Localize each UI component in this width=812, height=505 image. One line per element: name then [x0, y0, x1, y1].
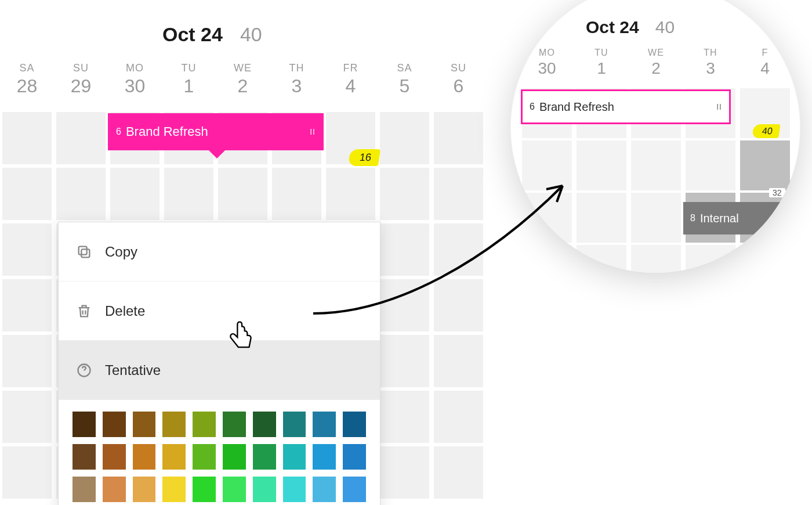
calendar-cell[interactable] [432, 387, 485, 443]
color-swatch[interactable] [103, 477, 126, 502]
color-swatch[interactable] [283, 444, 306, 470]
copy-icon [76, 244, 92, 260]
color-swatch[interactable] [193, 444, 216, 470]
color-swatch[interactable] [343, 412, 366, 437]
color-swatch[interactable] [162, 477, 186, 502]
calendar-cell[interactable] [0, 443, 54, 499]
calendar-cell[interactable] [0, 164, 54, 220]
calendar-cell[interactable] [378, 220, 432, 276]
svg-rect-1 [79, 246, 87, 254]
dow-label: TH [270, 62, 324, 74]
calendar-cell[interactable] [432, 331, 485, 387]
day-header[interactable]: SA5 [378, 62, 432, 97]
calendar-cell[interactable] [432, 276, 485, 331]
color-swatch[interactable] [223, 477, 246, 502]
color-swatch[interactable] [223, 444, 246, 470]
color-swatch[interactable] [343, 477, 366, 502]
color-swatch[interactable] [193, 477, 216, 502]
calendar-cell[interactable] [0, 276, 54, 331]
menu-item-delete[interactable]: Delete [59, 282, 380, 341]
calendar-cell[interactable] [378, 276, 432, 331]
color-swatch[interactable] [133, 412, 156, 437]
calendar-cell[interactable] [54, 164, 108, 220]
mag-calendar-cell[interactable] [629, 190, 683, 243]
day-number: 28 [0, 75, 54, 97]
day-header[interactable]: FR4 [324, 62, 378, 97]
calendar-cell[interactable] [378, 443, 432, 499]
drag-handle-icon[interactable]: II [716, 102, 722, 111]
day-number: 5 [378, 75, 432, 97]
mag-calendar-cell[interactable] [683, 138, 738, 190]
color-swatch[interactable] [283, 412, 306, 437]
dow-label: SA [0, 62, 54, 74]
color-swatch[interactable] [283, 477, 306, 502]
mag-day-header[interactable]: TH3 [683, 48, 738, 78]
mag-calendar-cell[interactable] [738, 138, 792, 190]
day-header[interactable]: SU6 [432, 62, 485, 97]
mag-event-brand-refresh[interactable]: 6 Brand Refresh II [521, 89, 731, 124]
calendar-cell[interactable] [432, 109, 485, 164]
calendar-cell[interactable] [54, 109, 108, 164]
calendar-cell[interactable] [378, 109, 432, 164]
calendar-cell[interactable] [0, 331, 54, 387]
calendar-cell[interactable] [432, 443, 485, 499]
dow-label: SA [378, 62, 432, 74]
mag-calendar-cell[interactable] [574, 190, 629, 243]
color-swatch[interactable] [313, 412, 336, 437]
dow-label: MO [108, 62, 162, 74]
color-swatch[interactable] [193, 412, 216, 437]
color-swatch[interactable] [103, 412, 126, 437]
calendar-cell[interactable] [378, 164, 432, 220]
day-header[interactable]: TU1 [162, 62, 216, 97]
drag-handle-icon[interactable]: II [310, 127, 316, 136]
calendar-cell[interactable] [432, 164, 485, 220]
mag-day-header-row: MO30TU1WE2TH3F4 [510, 48, 800, 78]
mag-day-header[interactable]: WE2 [629, 48, 683, 78]
color-swatch[interactable] [72, 412, 96, 437]
color-swatch[interactable] [253, 477, 276, 502]
color-swatch[interactable] [162, 444, 186, 470]
mag-calendar-cell[interactable] [574, 138, 629, 190]
day-header[interactable]: SA28 [0, 62, 54, 97]
calendar-cell[interactable] [162, 164, 216, 220]
menu-item-copy[interactable]: Copy [59, 222, 380, 282]
color-swatch[interactable] [103, 444, 126, 470]
mag-calendar-cell[interactable] [629, 243, 683, 273]
color-swatch[interactable] [343, 444, 366, 470]
mag-calendar-cell[interactable] [520, 138, 574, 190]
color-swatch[interactable] [313, 444, 336, 470]
calendar-cell[interactable] [378, 387, 432, 443]
calendar-cell[interactable] [0, 387, 54, 443]
event-notch-icon [209, 150, 225, 158]
mag-month-label: Oct 24 [586, 17, 639, 37]
color-swatch[interactable] [133, 477, 156, 502]
menu-item-tentative[interactable]: Tentative [59, 341, 380, 400]
color-swatch[interactable] [253, 444, 276, 470]
calendar-cell[interactable] [0, 109, 54, 164]
day-header[interactable]: WE2 [216, 62, 270, 97]
calendar-cell[interactable] [270, 164, 324, 220]
calendar-cell[interactable] [432, 220, 485, 276]
mag-calendar-cell[interactable] [629, 138, 683, 190]
context-menu: Copy Delete Tentative [58, 222, 380, 505]
day-header[interactable]: SU29 [54, 62, 108, 97]
color-swatch[interactable] [223, 412, 246, 437]
color-swatch[interactable] [72, 444, 96, 470]
calendar-cell[interactable] [324, 164, 378, 220]
menu-label: Tentative [105, 362, 161, 378]
color-swatch[interactable] [313, 477, 336, 502]
calendar-cell[interactable] [108, 164, 162, 220]
color-swatch[interactable] [133, 444, 156, 470]
color-swatch[interactable] [72, 477, 96, 502]
calendar-cell[interactable] [378, 331, 432, 387]
dow-label: SU [54, 62, 108, 74]
color-swatch[interactable] [253, 412, 276, 437]
calendar-cell[interactable] [216, 164, 270, 220]
calendar-cell[interactable] [0, 220, 54, 276]
day-header[interactable]: MO30 [108, 62, 162, 97]
event-brand-refresh[interactable]: 6 Brand Refresh II [108, 113, 324, 150]
day-number: 4 [324, 75, 378, 97]
color-swatch[interactable] [162, 412, 186, 437]
mag-day-header[interactable]: TU1 [574, 48, 629, 78]
day-header[interactable]: TH3 [270, 62, 324, 97]
